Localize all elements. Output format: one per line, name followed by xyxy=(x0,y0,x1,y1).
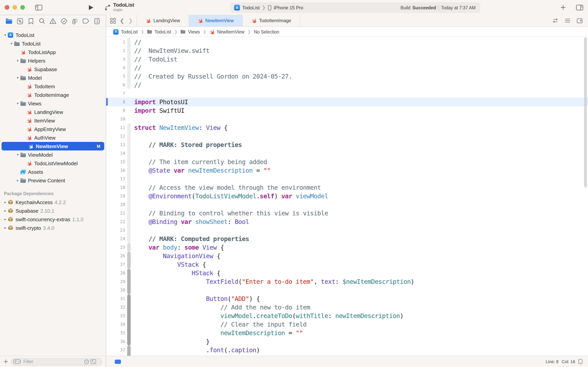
editor-tab-todoitemimage[interactable]: TodoItemImage xyxy=(243,15,300,26)
code-line[interactable]: 8import PhotosUI xyxy=(106,98,588,106)
breadcrumb-item-newitemview[interactable]: NewItemView xyxy=(210,29,244,34)
disclosure-chevron-icon[interactable]: ▾ xyxy=(16,153,20,157)
code-line[interactable]: 1// xyxy=(106,38,588,46)
scheme-selector[interactable]: A TodoList ❯ iPhone 15 Pro xyxy=(230,5,401,10)
tree-item-preview-content[interactable]: ▸Preview Content xyxy=(0,176,106,185)
navigator-tab-tests-icon[interactable] xyxy=(60,17,68,25)
recent-clock-icon[interactable] xyxy=(84,359,89,364)
code-line[interactable]: 5// Created by Russell Gordon on 2024-05… xyxy=(106,72,588,81)
disclosure-chevron-icon[interactable]: ▸ xyxy=(16,178,20,182)
toggle-inspector-icon[interactable] xyxy=(576,4,583,10)
code-line[interactable]: 17 xyxy=(106,175,588,183)
tree-item-todolistviewmodel[interactable]: TodoListViewModel xyxy=(0,159,106,167)
disclosure-chevron-icon[interactable]: ▾ xyxy=(16,101,20,105)
code-line[interactable]: 2// NewItemView.swift xyxy=(106,46,588,55)
keyboard-focus-icon[interactable] xyxy=(578,359,583,364)
tree-item-views[interactable]: ▾Views xyxy=(0,99,106,108)
code-line[interactable]: 4// xyxy=(106,63,588,72)
code-line[interactable]: 26 NavigationView { xyxy=(106,251,588,260)
breadcrumb-item-todolist[interactable]: TodoList xyxy=(147,29,171,34)
code-line[interactable]: 19 @Environment(TodoListViewModel.self) … xyxy=(106,192,588,200)
code-line[interactable]: 16 @State var newItemDescription = "" xyxy=(106,166,588,175)
tree-item-landingview[interactable]: LandingView xyxy=(0,108,106,116)
code-line[interactable]: 34 // Clear the input field xyxy=(106,320,588,328)
scm-status-filter-icon[interactable] xyxy=(91,359,96,364)
tree-item-newitemview[interactable]: NewItemViewM xyxy=(1,142,104,150)
code-line[interactable]: 35 newItemDescription = "" xyxy=(106,328,588,337)
tree-item-todolist[interactable]: ▾ATodoList xyxy=(0,31,106,39)
package-item-swift-concurrency-extras[interactable]: ▸ swift-concurrency-extras1.1.0 xyxy=(0,215,106,224)
editor-options-icon[interactable] xyxy=(565,18,571,23)
code-line[interactable]: 3// TodoList xyxy=(106,55,588,63)
navigator-tab-find-icon[interactable] xyxy=(38,17,46,25)
tree-item-viewmodel[interactable]: ▾ViewModel xyxy=(0,150,106,159)
code-line[interactable]: 20 xyxy=(106,200,588,209)
disclosure-chevron-icon[interactable]: ▸ xyxy=(3,226,7,230)
code-line[interactable]: 18 // Access the view model through the … xyxy=(106,183,588,192)
tree-item-supabase[interactable]: Supabase xyxy=(0,65,106,74)
code-line[interactable]: 10 xyxy=(106,115,588,123)
code-line[interactable]: 24 // MARK: Computed properties xyxy=(106,234,588,243)
tree-item-todolistapp[interactable]: TodoListApp xyxy=(0,48,106,56)
back-icon[interactable]: ❮ xyxy=(120,17,124,24)
filter-field[interactable] xyxy=(11,358,102,365)
tree-item-assets[interactable]: Assets xyxy=(0,167,106,176)
code-line[interactable]: 12 xyxy=(106,132,588,140)
tree-item-itemview[interactable]: ItemView xyxy=(0,116,106,125)
add-editor-icon[interactable] xyxy=(577,18,583,23)
editor-grid-icon[interactable] xyxy=(110,18,116,24)
editor-tab-landingview[interactable]: LandingView xyxy=(137,15,189,26)
close-button[interactable] xyxy=(5,5,9,10)
navigator-tab-breakpoints-icon[interactable] xyxy=(82,17,90,25)
package-item-keychainaccess[interactable]: ▸ KeychainAccess4.2.2 xyxy=(0,198,106,206)
code-line[interactable]: 7 xyxy=(106,89,588,98)
code-line[interactable]: 13 // MARK: Stored properties xyxy=(106,140,588,149)
disclosure-chevron-icon[interactable]: ▸ xyxy=(3,217,7,221)
tree-item-authview[interactable]: AuthView xyxy=(0,133,106,142)
code-line[interactable]: 11struct NewItemView: View { xyxy=(106,123,588,132)
tree-item-todoitem[interactable]: TodoItem xyxy=(0,82,106,91)
breadcrumb-item-no-selection[interactable]: No Selection xyxy=(254,29,279,34)
navigator-tab-project-icon[interactable] xyxy=(5,17,13,25)
run-button[interactable] xyxy=(88,4,94,10)
code-line[interactable]: 25 var body: some View { xyxy=(106,243,588,251)
disclosure-chevron-icon[interactable]: ▾ xyxy=(16,76,20,80)
code-line[interactable]: 28 HStack { xyxy=(106,269,588,277)
add-toolbar-icon[interactable] xyxy=(560,5,566,10)
disclosure-chevron-icon[interactable]: ▾ xyxy=(3,33,7,37)
toggle-navigator-icon[interactable] xyxy=(35,4,42,10)
code-line[interactable]: 21 // Binding to control whether this vi… xyxy=(106,209,588,217)
source-editor[interactable]: 1//2// NewItemView.swift3// TodoList4//5… xyxy=(106,37,588,356)
disclosure-chevron-icon[interactable]: ▸ xyxy=(3,200,7,204)
code-line[interactable]: 6// xyxy=(106,81,588,89)
navigator-tab-debug-icon[interactable] xyxy=(71,17,79,25)
breadcrumb-item-todolist[interactable]: ATodoList xyxy=(113,29,138,34)
code-line[interactable]: 37 .font(.caption) xyxy=(106,346,588,354)
minimize-button[interactable] xyxy=(12,5,17,10)
navigator-tab-source-control-icon[interactable] xyxy=(16,17,24,25)
breadcrumb-item-views[interactable]: Views xyxy=(181,29,200,34)
code-line[interactable]: 32 // Add the new to-do item xyxy=(106,303,588,311)
package-item-supabase[interactable]: ▸ Supabase2.10.1 xyxy=(0,206,106,215)
code-line[interactable]: 36 } xyxy=(106,337,588,346)
code-line[interactable]: 23 xyxy=(106,226,588,234)
zoom-button[interactable] xyxy=(20,5,25,10)
code-line[interactable]: 9import SwiftUI xyxy=(106,106,588,115)
disclosure-chevron-icon[interactable]: ▸ xyxy=(3,209,7,213)
tree-item-appentryview[interactable]: AppEntryView xyxy=(0,125,106,133)
code-line[interactable]: 33 viewModel.createToDo(withTitle: newIt… xyxy=(106,311,588,320)
disclosure-chevron-icon[interactable]: ▾ xyxy=(16,59,20,63)
code-line[interactable]: 27 VStack { xyxy=(106,260,588,269)
editor-tab-newitemview[interactable]: NewItemView xyxy=(189,15,243,26)
tree-item-todolist[interactable]: ▾TodoList xyxy=(0,39,106,48)
code-line[interactable]: 31 Button("ADD") { xyxy=(106,294,588,303)
editor-scrollbar[interactable] xyxy=(584,37,587,187)
tree-item-todoitemimage[interactable]: TodoItemImage xyxy=(0,91,106,99)
scope-indicator-icon[interactable] xyxy=(115,359,121,364)
code-line[interactable]: 29 TextField("Enter a to-do item", text:… xyxy=(106,277,588,286)
code-line[interactable]: 30 xyxy=(106,286,588,294)
navigator-tab-issues-icon[interactable] xyxy=(49,17,57,25)
navigator-tab-reports-icon[interactable] xyxy=(92,17,101,25)
forward-icon[interactable]: ❯ xyxy=(128,17,133,24)
navigator-tab-bookmarks-icon[interactable] xyxy=(27,17,35,25)
